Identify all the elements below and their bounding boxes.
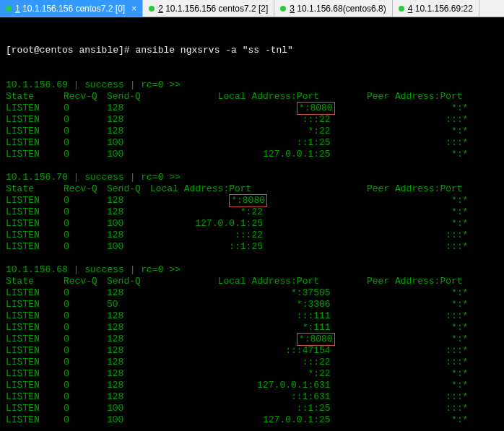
cell-sendq: 100 (107, 149, 150, 160)
cell-local: ::1:25 (150, 137, 367, 149)
col-recvq: Recv-Q (64, 91, 107, 103)
cell-peer: :::* (367, 310, 475, 322)
socket-row: LISTEN0128 *:8080 *:* (6, 195, 498, 206)
cell-local: ::1:25 (150, 241, 367, 253)
cell-state: LISTEN (6, 206, 64, 218)
cell-sendq: 128 (107, 206, 150, 218)
socket-row: LISTEN0128 *:111 *:* (6, 322, 498, 334)
socket-row: LISTEN0128 *:22 *:* (6, 126, 498, 137)
col-peer: Peer Address:Port (367, 276, 475, 287)
cell-sendq: 128 (107, 287, 150, 299)
cell-sendq: 128 (107, 345, 150, 357)
socket-row: LISTEN0128 :::22 :::* (6, 357, 498, 368)
tab-2[interactable]: 3 10.1.156.68(centos6.8) (274, 0, 392, 17)
col-state: State (6, 183, 64, 195)
cell-peer: *:* (367, 206, 475, 218)
cell-peer: :::* (367, 114, 475, 126)
socket-row: LISTEN0128 ::1:631 :::* (6, 391, 498, 403)
socket-row: LISTEN0128 127.0.0.1:631 *:* (6, 380, 498, 391)
cell-recvq: 0 (64, 334, 107, 345)
cell-recvq: 0 (64, 310, 107, 322)
cell-recvq: 0 (64, 149, 107, 160)
cell-peer: :::* (367, 357, 475, 368)
col-sendq: Send-Q (107, 276, 150, 287)
socket-row: LISTEN0128 :::22 :::* (6, 114, 498, 126)
col-recvq: Recv-Q (64, 276, 107, 287)
cell-local: *:37505 (150, 287, 367, 299)
tab-label: 4 10.1.156.69:22 (408, 4, 473, 14)
cell-local: *:22 (150, 368, 367, 380)
cell-recvq: 0 (64, 230, 107, 241)
highlight-box: *:8080 (297, 333, 335, 346)
cell-recvq: 0 (64, 357, 107, 368)
col-local: Local Address:Port (150, 91, 367, 103)
cell-state: LISTEN (6, 414, 64, 426)
tab-bar: 1 10.1.156.156 centos7.2 [0]×2 10.1.156.… (0, 0, 504, 17)
socket-row: LISTEN0128 *:22 *:* (6, 368, 498, 380)
cell-recvq: 0 (64, 414, 107, 426)
cell-peer: *:* (367, 149, 475, 160)
socket-row: LISTEN0100 ::1:25 :::* (6, 241, 498, 253)
socket-row: LISTEN0128 *:37505 *:* (6, 287, 498, 299)
blank-line (6, 253, 498, 264)
cell-local: *:8080 (150, 334, 367, 345)
column-header-row: StateRecv-QSend-Q Local Address:PortPeer… (6, 91, 498, 103)
tab-0[interactable]: 1 10.1.156.156 centos7.2 [0]× (0, 0, 143, 17)
socket-row: LISTEN0128 :::22 :::* (6, 230, 498, 241)
cell-local: :::22 (150, 357, 367, 368)
terminal-output[interactable]: [root@centos ansible]# ansible ngxsrvs -… (0, 17, 504, 431)
highlight-box: *:8080 (229, 194, 267, 207)
cell-state: LISTEN (6, 218, 64, 230)
cell-peer: *:* (367, 195, 475, 206)
cell-local: ::1:631 (150, 391, 367, 403)
blank-line (6, 160, 498, 172)
socket-row: LISTEN0100 127.0.0.1:25 *:* (6, 218, 498, 230)
cell-state: LISTEN (6, 334, 64, 345)
column-header-row: StateRecv-QSend-QLocal Address:PortPeer … (6, 183, 498, 195)
cell-local: *:8080 (150, 195, 367, 206)
cell-recvq: 0 (64, 299, 107, 310)
cell-state: LISTEN (6, 149, 64, 160)
cell-recvq: 0 (64, 403, 107, 414)
cell-recvq: 0 (64, 241, 107, 253)
socket-row: LISTEN0128 *:8080 *:* (6, 103, 498, 114)
cell-recvq: 0 (64, 206, 107, 218)
cell-sendq: 100 (107, 241, 150, 253)
cell-local: :::22 (150, 230, 367, 241)
prompt-user-host: [root@centos ansible]# (6, 45, 130, 56)
cell-state: LISTEN (6, 287, 64, 299)
col-state: State (6, 276, 64, 287)
host-result-header: 10.1.156.69 | success | rc=0 >> (6, 79, 498, 91)
col-state: State (6, 91, 64, 103)
close-icon[interactable]: × (129, 4, 136, 14)
cell-local: :::22 (150, 114, 367, 126)
cell-sendq: 128 (107, 357, 150, 368)
col-peer: Peer Address:Port (367, 91, 475, 103)
column-header-row: StateRecv-QSend-Q Local Address:PortPeer… (6, 276, 498, 287)
cell-local: :::47154 (150, 345, 367, 357)
cell-recvq: 0 (64, 137, 107, 149)
cell-sendq: 128 (107, 114, 150, 126)
tab-1[interactable]: 2 10.1.156.156 centos7.2 [2] (143, 0, 274, 17)
prompt-command: ansible ngxsrvs -a "ss -tnl" (135, 45, 292, 56)
cell-recvq: 0 (64, 345, 107, 357)
cell-recvq: 0 (64, 380, 107, 391)
cell-peer: *:* (367, 126, 475, 137)
cell-sendq: 128 (107, 322, 150, 334)
status-dot-icon (280, 6, 286, 12)
blank-line (6, 426, 498, 431)
cell-peer: *:* (367, 218, 475, 230)
cell-peer: :::* (367, 403, 475, 414)
cell-sendq: 128 (107, 391, 150, 403)
status-dot-icon (6, 6, 12, 12)
cell-sendq: 100 (107, 414, 150, 426)
cell-sendq: 100 (107, 218, 150, 230)
cell-sendq: 50 (107, 299, 150, 310)
col-local: Local Address:Port (150, 183, 367, 195)
tab-3[interactable]: 4 10.1.156.69:22 (393, 0, 479, 17)
cell-state: LISTEN (6, 299, 64, 310)
cell-state: LISTEN (6, 310, 64, 322)
cell-state: LISTEN (6, 357, 64, 368)
cell-sendq: 128 (107, 126, 150, 137)
cell-state: LISTEN (6, 241, 64, 253)
